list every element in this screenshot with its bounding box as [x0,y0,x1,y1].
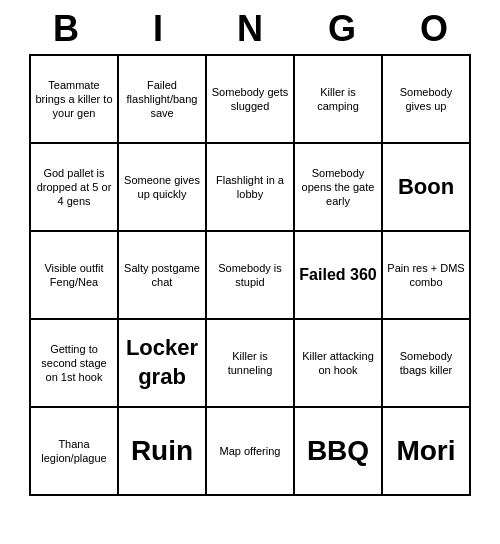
bingo-cell-24: Mori [383,408,471,496]
bingo-cell-1: Failed flashlight/bang save [119,56,207,144]
bingo-cell-19: Somebody tbags killer [383,320,471,408]
bingo-cell-23: BBQ [295,408,383,496]
title-n: N [210,8,290,50]
bingo-cell-0: Teammate brings a killer to your gen [31,56,119,144]
bingo-cell-16: Locker grab [119,320,207,408]
bingo-cell-15: Getting to second stage on 1st hook [31,320,119,408]
bingo-cell-2: Somebody gets slugged [207,56,295,144]
bingo-cell-3: Killer is camping [295,56,383,144]
bingo-cell-12: Somebody is stupid [207,232,295,320]
bingo-cell-4: Somebody gives up [383,56,471,144]
title-o: O [394,8,474,50]
bingo-grid: Teammate brings a killer to your genFail… [29,54,471,496]
bingo-cell-8: Somebody opens the gate early [295,144,383,232]
bingo-cell-22: Map offering [207,408,295,496]
bingo-cell-18: Killer attacking on hook [295,320,383,408]
bingo-cell-5: God pallet is dropped at 5 or 4 gens [31,144,119,232]
bingo-cell-20: Thana legion/plague [31,408,119,496]
bingo-cell-11: Salty postgame chat [119,232,207,320]
title-b: B [26,8,106,50]
bingo-cell-10: Visible outfit Feng/Nea [31,232,119,320]
bingo-cell-6: Someone gives up quickly [119,144,207,232]
bingo-cell-21: Ruin [119,408,207,496]
bingo-cell-9: Boon [383,144,471,232]
title-g: G [302,8,382,50]
title-i: I [118,8,198,50]
bingo-title: B I N G O [20,0,480,54]
bingo-cell-14: Pain res + DMS combo [383,232,471,320]
bingo-cell-7: Flashlight in a lobby [207,144,295,232]
bingo-cell-13: Failed 360 [295,232,383,320]
bingo-cell-17: Killer is tunneling [207,320,295,408]
